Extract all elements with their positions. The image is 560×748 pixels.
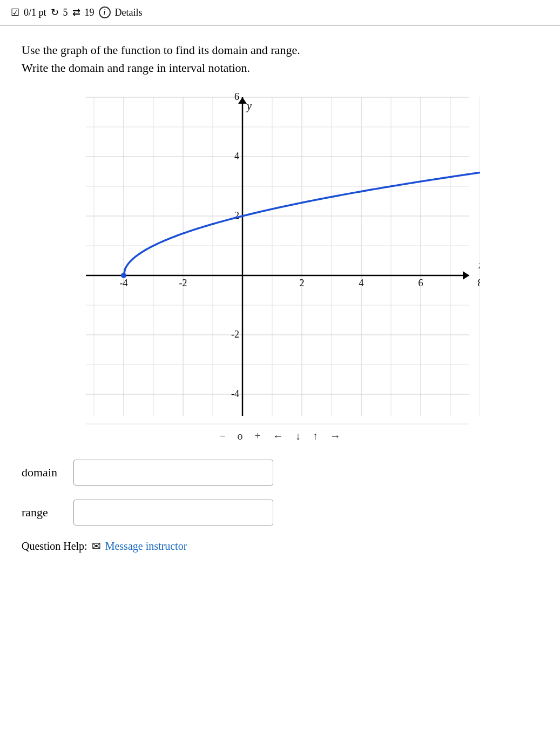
range-row: range: [22, 500, 538, 525]
domain-row: domain: [22, 460, 538, 486]
graph-area: [80, 92, 480, 427]
mail-icon: ✉: [92, 540, 101, 552]
question-line2: Write the domain and range in interval n…: [22, 59, 538, 77]
zoom-minus-button[interactable]: −: [216, 429, 228, 443]
attempts-icon: ↻: [51, 6, 59, 18]
range-label: range: [22, 506, 65, 520]
top-bar: ☑ 0/1 pt ↻ 5 ⇄ 19 i Details: [0, 0, 560, 26]
graph-toolbar: − o + ← ↓ ↑ →: [216, 429, 344, 443]
question-line1: Use the graph of the function to find it…: [22, 41, 538, 59]
zoom-origin-button[interactable]: o: [234, 429, 246, 443]
attempts-count: 5: [63, 7, 68, 18]
pan-left-button[interactable]: ←: [269, 429, 287, 443]
question-text: Use the graph of the function to find it…: [22, 41, 538, 77]
range-input[interactable]: [73, 500, 273, 525]
refresh-icon: ⇄: [72, 6, 80, 18]
pan-down-button[interactable]: ↓: [292, 429, 304, 443]
domain-input[interactable]: [73, 460, 273, 486]
pan-right-button[interactable]: →: [327, 429, 344, 443]
question-help: Question Help: ✉ Message instructor: [22, 540, 538, 552]
domain-label: domain: [22, 466, 65, 480]
info-icon[interactable]: i: [99, 6, 111, 18]
score-text: 0/1 pt: [24, 7, 46, 18]
answer-section: domain range: [22, 460, 538, 525]
zoom-plus-button[interactable]: +: [252, 429, 264, 443]
refresh-count: 19: [85, 7, 95, 18]
pan-up-button[interactable]: ↑: [309, 429, 321, 443]
details-label: Details: [115, 7, 143, 18]
question-help-label: Question Help:: [22, 540, 87, 552]
check-icon: ☑: [11, 6, 19, 18]
message-instructor-link[interactable]: Message instructor: [105, 540, 187, 552]
graph-container: − o + ← ↓ ↑ →: [22, 92, 538, 443]
main-content: Use the graph of the function to find it…: [0, 26, 560, 568]
